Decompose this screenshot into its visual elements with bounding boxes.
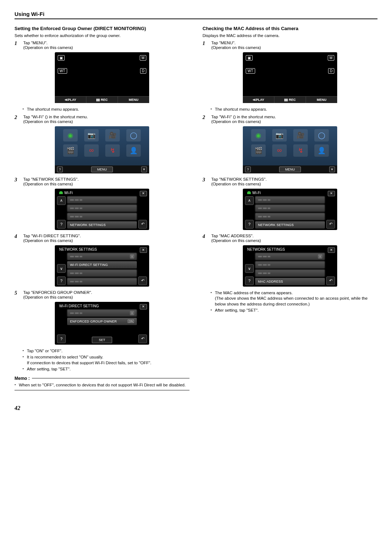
globe-icon[interactable]: ◯ — [314, 129, 329, 141]
shortcut-menu-screen: ◉ 📷 🎥 ◯ 🎬 ∞ ↯ 👤 ? MENU ✕ — [55, 126, 149, 173]
help-icon[interactable]: ? — [57, 220, 66, 229]
d-icon[interactable]: D — [328, 68, 334, 74]
network-settings-item[interactable]: NETWORK SETTINGS — [67, 221, 137, 229]
down-arrow-icon[interactable]: ∨ — [57, 264, 66, 273]
wifi-icon[interactable]: ◉ — [63, 129, 78, 141]
help-icon[interactable]: ? — [245, 220, 254, 229]
play-button[interactable]: ≪PLAY — [55, 97, 86, 103]
screen-title: Wi-Fi — [57, 190, 147, 196]
shortcut-menu-screen: ◉ 📷 🎥 ◯ 🎬 ∞ ↯ 👤 ? MENU ✕ — [243, 126, 337, 173]
close-icon[interactable]: ✕ — [141, 167, 147, 172]
bullet: The shortcut menu appears. — [23, 107, 189, 112]
camera-icon[interactable]: 📷 — [84, 129, 99, 141]
toggle-icon[interactable]: ▮ — [130, 255, 134, 258]
toggle-icon[interactable]: ▮ — [130, 311, 134, 315]
back-icon[interactable]: ↶ — [138, 335, 147, 343]
img-icon[interactable]: ▣ — [246, 55, 253, 61]
camcorder-icon[interactable]: 🎥 — [105, 129, 120, 141]
wifi-direct-setting-item[interactable]: Wi-Fi DIRECT SETTING — [67, 261, 137, 268]
globe-icon[interactable]: ◯ — [126, 129, 141, 141]
list-item[interactable]: ▪▪▪ ▪▪▪ ▪▪ — [255, 270, 325, 277]
list-item[interactable]: ▪▪▪ ▪▪▪ ▪▪▮ — [67, 253, 137, 260]
list-item[interactable]: ▪▪▪ ▪▪▪ ▪▪ — [67, 205, 137, 212]
list-item[interactable]: ▪▪▪ ▪▪▪ ▪▪ — [67, 213, 137, 220]
img-icon[interactable]: ▣ — [58, 55, 65, 61]
help-icon[interactable]: ? — [245, 276, 254, 285]
down-arrow-icon[interactable]: ∨ — [245, 264, 254, 273]
list-item[interactable]: ▪▪▪ ▪▪▪ ▪▪ — [67, 196, 137, 204]
list-item[interactable]: ▪▪▪ ▪▪▪ ▪▪ — [67, 270, 137, 277]
m-icon[interactable]: M — [140, 55, 146, 61]
back-icon[interactable]: ↶ — [326, 276, 335, 285]
clip-icon[interactable]: 🎬 — [251, 144, 266, 157]
list-item[interactable]: ▪▪▪ ▪▪▪ ▪▪ — [255, 261, 325, 268]
help-icon[interactable]: ? — [57, 335, 66, 343]
step-note: (Operation on this camera) — [211, 119, 377, 124]
bullet: After setting, tap "SET". — [23, 366, 189, 372]
step-number: 1 — [15, 41, 20, 50]
close-icon[interactable]: ✕ — [329, 167, 335, 172]
wt-icon[interactable]: WT — [246, 68, 255, 74]
page-header: Using Wi-Fi — [15, 11, 377, 19]
step-number: 3 — [203, 177, 208, 186]
close-icon[interactable]: ✕ — [140, 247, 147, 253]
close-icon[interactable]: ✕ — [140, 304, 147, 309]
step-text: Tap "Wi-Fi" () in the shortcut menu. — [23, 115, 189, 119]
list-item[interactable]: ▪▪▪ ▪▪▪ ▪▪▮ — [255, 253, 325, 260]
list-item[interactable]: ▪▪▪ ▪▪▪ ▪▪ — [255, 205, 325, 212]
back-icon[interactable]: ↶ — [138, 220, 147, 229]
list-item[interactable]: ▪▪▪ ▪▪▪ ▪▪▮ — [67, 309, 137, 317]
help-icon[interactable]: ? — [245, 167, 251, 172]
list-item[interactable]: ▪▪▪ ▪▪▪ ▪▪ — [255, 213, 325, 220]
person-icon[interactable]: 👤 — [314, 144, 329, 157]
step-text: Tap "MENU". — [211, 41, 377, 45]
back-icon[interactable]: ↶ — [326, 220, 335, 229]
on-toggle[interactable]: ON — [128, 320, 134, 323]
right-column: Checking the MAC Address of this Camera … — [203, 24, 377, 390]
network-settings-screen: NETWORK SETTINGS ✕ ∨ ? ▪▪▪ ▪▪▪ ▪▪▮ Wi-Fi… — [55, 245, 149, 287]
arrow-icon[interactable]: ↯ — [293, 144, 308, 157]
item-label: ENFORCED GROUP OWNER — [70, 320, 117, 323]
rec-button[interactable]: ▮▮ REC — [274, 97, 306, 103]
arrow-icon[interactable]: ↯ — [105, 144, 120, 157]
help-icon[interactable]: ? — [57, 167, 63, 172]
m-icon[interactable]: M — [328, 55, 334, 61]
back-icon[interactable]: ↶ — [138, 276, 147, 285]
left-column: Setting the Enforced Group Owner (DIRECT… — [15, 24, 189, 390]
help-icon[interactable]: ? — [57, 276, 66, 285]
set-button[interactable]: SET — [92, 337, 112, 343]
up-arrow-icon[interactable]: ∧ — [57, 196, 66, 205]
camera-icon[interactable]: 📷 — [272, 129, 287, 141]
wt-icon[interactable]: WT — [58, 68, 67, 74]
rec-button[interactable]: ▮▮ REC — [86, 97, 118, 103]
play-button[interactable]: ≪PLAY — [243, 97, 274, 103]
enforced-group-owner-item[interactable]: ENFORCED GROUP OWNERON — [67, 318, 137, 325]
close-icon[interactable]: ✕ — [328, 247, 335, 253]
page-number: 42 — [15, 405, 377, 411]
clip-icon[interactable]: 🎬 — [63, 144, 78, 157]
toggle-icon[interactable]: ▮ — [318, 255, 322, 258]
face-icon[interactable]: ∞ — [272, 144, 287, 157]
step-text: Tap "Wi-Fi DIRECT SETTING". — [23, 234, 189, 238]
menu-button[interactable]: MENU — [118, 97, 149, 103]
list-item[interactable]: ▪▪▪ ▪▪▪ ▪▪ — [67, 278, 137, 285]
step-note: (Operation on this camera) — [23, 119, 189, 124]
screen-title: NETWORK SETTINGS — [245, 247, 335, 253]
camcorder-icon[interactable]: 🎥 — [293, 129, 308, 141]
person-icon[interactable]: 👤 — [126, 144, 141, 157]
close-icon[interactable]: ✕ — [328, 191, 335, 196]
close-icon[interactable]: ✕ — [140, 191, 147, 196]
network-settings-item[interactable]: NETWORK SETTINGS — [255, 221, 325, 229]
step-note: (Operation on this camera) — [23, 45, 189, 50]
menu-button[interactable]: MENU — [279, 167, 301, 172]
up-arrow-icon[interactable]: ∧ — [245, 196, 254, 205]
wifi-icon[interactable]: ◉ — [251, 129, 266, 141]
menu-button[interactable]: MENU — [306, 97, 337, 103]
list-item[interactable]: ▪▪▪ ▪▪▪ ▪▪ — [255, 196, 325, 204]
menu-button[interactable]: MENU — [91, 167, 113, 172]
screen-title: NETWORK SETTINGS — [57, 247, 147, 253]
memo-heading: Memo : — [15, 376, 189, 381]
d-icon[interactable]: D — [140, 68, 146, 74]
mac-address-item[interactable]: MAC ADDRESS — [255, 278, 325, 285]
face-icon[interactable]: ∞ — [84, 144, 99, 157]
